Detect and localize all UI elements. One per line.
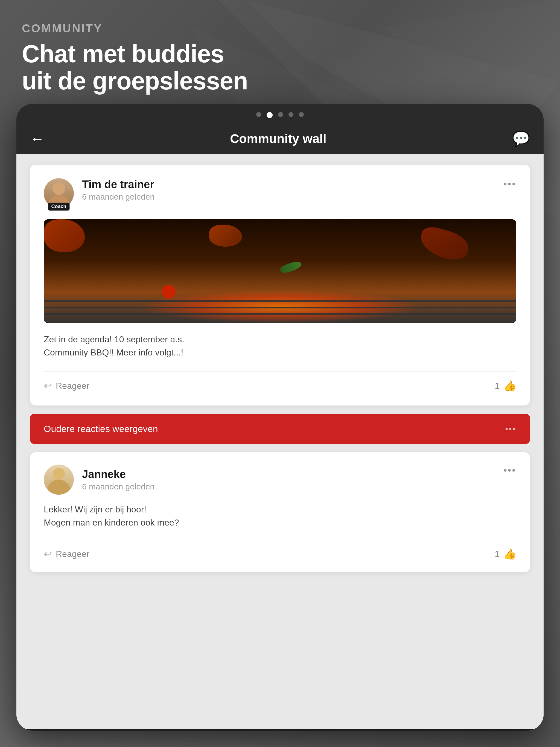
comment-like-area: 1 👍 [495, 548, 516, 560]
dot-1[interactable] [256, 112, 261, 117]
nav-title: Community wall [230, 131, 327, 146]
dot-5[interactable] [299, 112, 304, 117]
comment-author: Janneke 6 maanden geleden [44, 465, 154, 495]
banner-more-icon[interactable]: ••• [505, 424, 516, 434]
author-name: Tim de trainer [82, 178, 154, 190]
grill-bars [44, 300, 516, 315]
post-actions: ↩ Reageer 1 👍 [44, 371, 516, 392]
like-area: 1 👍 [495, 380, 516, 392]
comment-reply-label: Reageer [56, 549, 90, 559]
older-reactions-label: Oudere reacties weergeven [44, 423, 158, 434]
reply-button[interactable]: ↩ Reageer [44, 380, 90, 391]
app-screen: ← Community wall 💬 Coach Tim de trainer [17, 124, 543, 729]
meat-piece-2 [44, 219, 85, 252]
comment-actions: ↩ Reageer 1 👍 [44, 540, 516, 560]
author-details: Tim de trainer 6 maanden geleden [82, 178, 154, 202]
comment-text-line1: Lekker! Wij zijn er bij hoor! [44, 505, 146, 514]
comment-more-options[interactable]: ••• [503, 465, 516, 476]
chat-icon[interactable]: 💬 [512, 130, 530, 147]
post-text-line2: Community BBQ!! Meer info volgt...! [44, 347, 183, 357]
back-button[interactable]: ← [30, 130, 44, 147]
page-title: Chat met buddies uit de groepslessen [22, 41, 248, 95]
dot-4[interactable] [288, 112, 294, 117]
post-card: Coach Tim de trainer 6 maanden geleden •… [30, 164, 530, 406]
reply-icon: ↩ [44, 380, 52, 391]
comment-author-details: Janneke 6 maanden geleden [82, 468, 154, 491]
section-label: COMMUNITY [22, 22, 248, 35]
dot-2[interactable] [266, 112, 273, 118]
tomato [162, 285, 176, 299]
coach-badge: Coach [48, 203, 70, 210]
author-avatar-wrap: Coach [44, 178, 74, 208]
author-time: 6 maanden geleden [82, 192, 154, 202]
post-image [44, 219, 516, 323]
older-reactions-banner[interactable]: Oudere reacties weergeven ••• [30, 414, 530, 444]
comment-like-icon[interactable]: 👍 [503, 548, 516, 560]
nav-bar: ← Community wall 💬 [17, 124, 543, 154]
meat-piece-3 [417, 224, 472, 263]
grill-bar [44, 313, 516, 315]
reply-label: Reageer [56, 381, 90, 391]
herb-decoration [279, 259, 302, 275]
comment-reply-icon: ↩ [44, 548, 52, 560]
comment-text: Lekker! Wij zijn er bij hoor! Mogen man … [44, 503, 516, 529]
comment-card: Janneke 6 maanden geleden ••• Lekker! Wi… [30, 452, 530, 572]
device-frame: ← Community wall 💬 Coach Tim de trainer [17, 104, 543, 730]
pagination-dots [17, 104, 543, 124]
post-text-line1: Zet in de agenda! 10 september a.s. [44, 334, 184, 344]
bbq-scene [44, 219, 516, 323]
header-section: COMMUNITY Chat met buddies uit de groeps… [22, 22, 248, 95]
comment-text-line2: Mogen man en kinderen ook mee? [44, 518, 179, 527]
dot-3[interactable] [278, 112, 283, 117]
post-text: Zet in de agenda! 10 september a.s. Comm… [44, 333, 516, 359]
comment-author-avatar [44, 465, 74, 495]
grill-bar [44, 307, 516, 308]
comment-like-count: 1 [495, 549, 500, 559]
meat-piece-1 [44, 252, 74, 296]
kebab-item [209, 225, 242, 247]
post-author-info: Coach Tim de trainer 6 maanden geleden [44, 178, 154, 208]
post-more-options[interactable]: ••• [503, 178, 516, 190]
grill-bar [44, 300, 516, 302]
post-header: Coach Tim de trainer 6 maanden geleden •… [44, 178, 516, 208]
comment-reply-button[interactable]: ↩ Reageer [44, 548, 90, 560]
title-line2: uit de groepslessen [22, 67, 248, 95]
content-area: Coach Tim de trainer 6 maanden geleden •… [17, 154, 543, 729]
like-icon[interactable]: 👍 [503, 380, 516, 392]
comment-author-name: Janneke [82, 468, 154, 481]
comment-author-time: 6 maanden geleden [82, 482, 154, 491]
like-count: 1 [495, 381, 500, 391]
title-line1: Chat met buddies [22, 40, 224, 68]
comment-header: Janneke 6 maanden geleden ••• [44, 465, 516, 495]
